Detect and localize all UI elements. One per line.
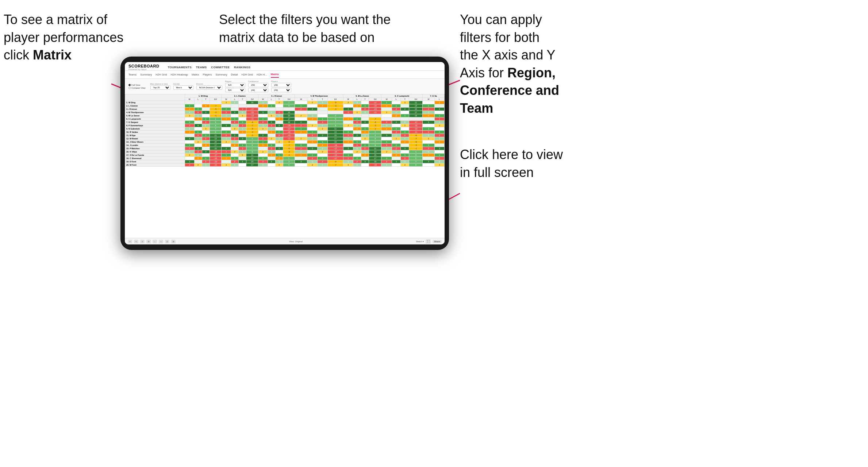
cell-r12-c18 <box>361 140 369 144</box>
cell-r0-c21 <box>392 101 401 104</box>
cell-r15-c15: -15 <box>327 150 343 154</box>
cell-r13-c1 <box>194 144 202 147</box>
cell-r0-c22: 2 <box>400 101 409 104</box>
sh-l4: L <box>307 98 318 101</box>
nav-item-teams[interactable]: TEAMS <box>196 66 207 69</box>
cell-r12-c12 <box>295 140 307 144</box>
cell-r11-c12: 2 <box>295 137 307 140</box>
reset-btn[interactable]: ⊞ <box>171 240 176 243</box>
cell-r14-c10: 2 <box>275 147 283 150</box>
cell-r18-c7: 15 <box>246 160 258 163</box>
cell-r0-c24 <box>423 101 435 104</box>
subnav-h2hheatmap[interactable]: H2H Heatmap <box>170 72 188 77</box>
cell-r11-c17 <box>353 137 361 140</box>
subnav-players[interactable]: Players <box>203 72 212 77</box>
cell-r12-c4: 2 <box>222 140 231 144</box>
cell-r15-c19: 13 <box>369 150 381 154</box>
zoom-in-btn[interactable]: + <box>159 240 163 243</box>
region-select-2[interactable]: N/A <box>225 88 245 92</box>
settings-btn[interactable]: ⚙ <box>146 240 151 243</box>
subnav-h2hgrid2[interactable]: H2H Grid <box>242 72 253 77</box>
cell-r7-c10: 3 <box>275 124 283 127</box>
cell-r2-c22: 2 <box>400 108 409 111</box>
nav-items: TOURNAMENTS TEAMS COMMITTEE RANKINGS <box>168 66 250 69</box>
cell-r15-c11: -3 <box>283 150 295 154</box>
cell-r13-c6: 1 <box>239 144 246 147</box>
cell-r7-c9: 2 <box>268 124 275 127</box>
subnav-h2hh[interactable]: H2H H... <box>257 72 267 77</box>
redo-btn[interactable]: ↪ <box>134 240 138 243</box>
nav-item-committee[interactable]: COMMITTEE <box>211 66 230 69</box>
zoom-out-btn[interactable]: − <box>153 240 157 243</box>
watch-btn[interactable]: Watch ▾ <box>416 240 424 243</box>
conference-select-1[interactable]: (All) <box>248 83 268 87</box>
compact-view-radio[interactable]: Compact View <box>128 87 146 89</box>
cell-r1-c20: 2 <box>381 104 392 108</box>
fit-btn[interactable]: ⊡ <box>165 240 169 243</box>
cell-r13-c25 <box>434 144 444 147</box>
max-players-select[interactable]: Top 25 <box>150 85 170 90</box>
gender-select[interactable]: Men's <box>173 85 193 90</box>
cell-r12-c0 <box>185 140 194 144</box>
subnav-h2hgrid1[interactable]: H2H Grid <box>155 72 167 77</box>
cell-r4-c8 <box>258 114 268 117</box>
conference-select-2[interactable]: (All) <box>248 88 268 92</box>
region-select-1[interactable]: N/A <box>225 83 245 87</box>
annotation-bottomright: Click here to view in full screen <box>460 146 563 181</box>
cell-r4-c3: -1 <box>210 114 222 117</box>
col-header-4: 4. M Thorbjornsen <box>295 94 343 98</box>
cell-r19-c12 <box>295 163 307 167</box>
cell-r9-c0: 2 <box>185 131 194 134</box>
subnav-summary1[interactable]: Summary <box>140 72 152 77</box>
row-header-12: 13. J Skov Olesen <box>125 140 185 144</box>
row-header-3: 4. M Thorbjornsen <box>125 111 185 114</box>
cell-r12-c5: 1 <box>231 140 239 144</box>
cell-r5-c13: 2 <box>307 117 318 121</box>
cell-r18-c21: 3 <box>392 160 401 163</box>
cell-r0-c23: 11 <box>409 101 423 104</box>
cell-r8-c20: 2 <box>381 127 392 131</box>
full-view-radio[interactable]: Full View <box>128 84 146 86</box>
cell-r6-c8: 2 <box>258 121 268 124</box>
subnav-summary2[interactable]: Summary <box>215 72 227 77</box>
cell-r15-c3: -19 <box>210 150 222 154</box>
cell-r16-c0: 2 <box>185 154 194 157</box>
cell-r3-c13 <box>307 111 318 114</box>
cell-r19-c10: 2 <box>275 163 283 167</box>
cell-r10-c22: 2 <box>400 134 409 137</box>
cell-r16-c23: 3 <box>409 154 423 157</box>
players-select-1[interactable]: (All) <box>271 83 291 87</box>
cell-r14-c5 <box>231 147 239 150</box>
sh-d3: Dif <box>283 98 295 101</box>
cell-r16-c25: 1 <box>434 154 444 157</box>
cell-r1-c21: 1 <box>392 104 401 108</box>
subnav-teams[interactable]: Teams <box>128 72 137 77</box>
players-select-2[interactable]: (All) <box>271 88 291 92</box>
nav-item-tournaments[interactable]: TOURNAMENTS <box>168 66 191 69</box>
cell-r13-c10 <box>275 144 283 147</box>
cell-r4-c15: 3 <box>327 114 343 117</box>
cell-r1-c12: 1 <box>295 104 307 108</box>
cell-r3-c0: 1 <box>185 111 194 114</box>
refresh-btn[interactable]: ↺ <box>140 240 145 243</box>
subnav-detail[interactable]: Detail <box>231 72 238 77</box>
cell-r1-c19: -15 <box>369 104 381 108</box>
fullscreen-btn[interactable]: ⛶ <box>426 239 431 244</box>
cell-r1-c9: 1 <box>268 104 275 108</box>
cell-r16-c7: 11 <box>246 154 258 157</box>
nav-item-rankings[interactable]: RANKINGS <box>234 66 250 69</box>
cell-r8-c22 <box>400 127 409 131</box>
cell-r12-c8: 1 <box>258 140 268 144</box>
cell-r14-c4: 2 <box>222 147 231 150</box>
subnav-matrix2[interactable]: Matrix <box>271 72 279 78</box>
share-btn[interactable]: Share <box>433 240 442 243</box>
cell-r17-c0 <box>185 157 194 160</box>
cell-r8-c2: 2 <box>202 127 210 131</box>
undo-btn[interactable]: ↩ <box>128 240 132 243</box>
subnav-matrix1[interactable]: Matrix <box>192 72 199 77</box>
cell-r11-c14 <box>318 137 328 140</box>
division-select[interactable]: NCAA Division I <box>196 85 222 90</box>
cell-r4-c22: 1 <box>400 114 409 117</box>
cell-r0-c16: 2 <box>343 101 353 104</box>
cell-r15-c9: 1 <box>268 150 275 154</box>
